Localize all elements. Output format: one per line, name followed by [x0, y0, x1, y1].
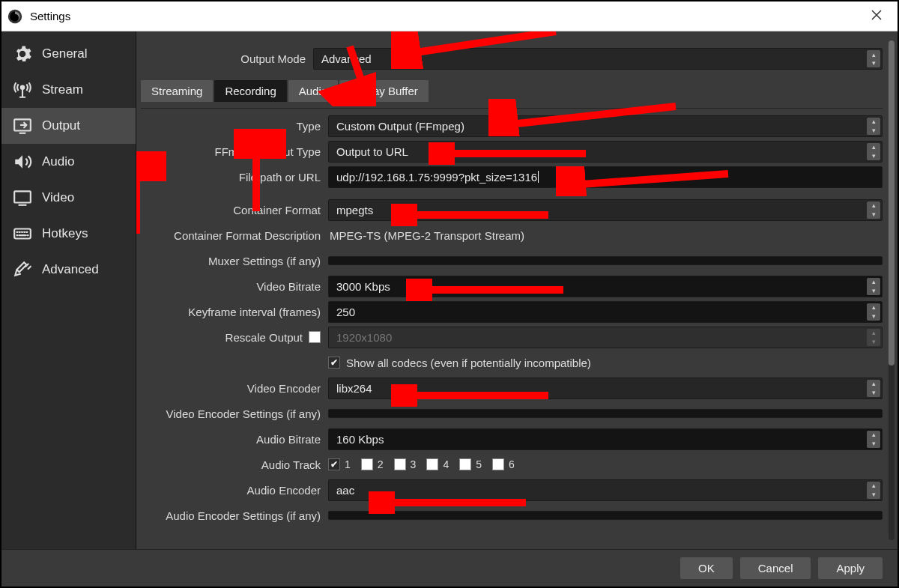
audio-track-2-checkbox[interactable]	[361, 458, 373, 470]
audio-encoder-settings-input[interactable]	[328, 511, 883, 520]
video-encoder-settings-input[interactable]	[328, 409, 883, 418]
scrollbar-thumb[interactable]	[889, 40, 895, 366]
step-up-icon[interactable]: ▴	[867, 303, 880, 312]
chevron-down-icon: ▾	[867, 337, 880, 346]
file-path-label: File path or URL	[141, 171, 328, 184]
audio-encoder-settings-label: Audio Encoder Settings (if any)	[141, 509, 328, 522]
cancel-button[interactable]: Cancel	[740, 557, 811, 579]
rescale-checkbox[interactable]	[309, 331, 321, 343]
audio-encoder-label: Audio Encoder	[141, 484, 328, 497]
tab-recording[interactable]: Recording	[214, 80, 286, 102]
step-down-icon[interactable]: ▾	[867, 312, 880, 321]
chevron-down-icon: ▾	[867, 388, 880, 397]
sidebar-item-stream[interactable]: Stream	[1, 72, 136, 108]
output-icon	[12, 115, 33, 136]
chevron-up-icon: ▴	[867, 201, 880, 210]
output-mode-select[interactable]: Advanced ▴▾	[313, 48, 883, 70]
hotkeys-icon	[12, 223, 33, 244]
audio-track-1-checkbox[interactable]: ✔	[328, 458, 340, 470]
video-bitrate-label: Video Bitrate	[141, 280, 328, 293]
file-path-input[interactable]: udp://192.168.1.75:9999?pkt_size=1316	[328, 166, 883, 188]
sidebar-item-label: Audio	[42, 154, 74, 169]
audio-track-6-checkbox[interactable]	[492, 458, 504, 470]
container-format-label: Container Format	[141, 204, 328, 216]
container-desc-label: Container Format Description	[141, 229, 328, 242]
chevron-down-icon: ▾	[867, 151, 880, 160]
tab-replay-buffer[interactable]: Replay Buffer	[339, 80, 429, 102]
sidebar-item-output[interactable]: Output	[1, 108, 136, 144]
audio-bitrate-label: Audio Bitrate	[141, 433, 328, 446]
video-bitrate-input[interactable]: 3000 Kbps ▴▾	[328, 276, 883, 297]
step-down-icon[interactable]: ▾	[867, 286, 880, 295]
gear-icon	[12, 43, 33, 64]
muxer-settings-label: Muxer Settings (if any)	[141, 255, 328, 267]
chevron-down-icon: ▾	[867, 490, 880, 499]
video-icon	[12, 187, 33, 208]
chevron-down-icon: ▾	[867, 210, 880, 219]
sidebar-item-label: General	[42, 46, 87, 61]
chevron-up-icon: ▴	[867, 50, 880, 59]
rescale-input: 1920x1080 ▴▾	[328, 327, 883, 348]
audio-track-4-checkbox[interactable]	[426, 458, 438, 470]
output-mode-label: Output Mode	[141, 52, 313, 65]
chevron-up-icon: ▴	[867, 118, 880, 127]
audio-icon	[12, 151, 33, 172]
step-up-icon[interactable]: ▴	[867, 278, 880, 287]
ok-button[interactable]: OK	[680, 557, 733, 579]
sidebar-item-general[interactable]: General	[1, 36, 136, 72]
chevron-up-icon: ▴	[867, 482, 880, 491]
audio-encoder-select[interactable]: aac ▴▾	[328, 479, 883, 501]
chevron-up-icon: ▴	[867, 329, 880, 338]
step-down-icon[interactable]: ▾	[867, 439, 880, 448]
sidebar-item-advanced[interactable]: Advanced	[1, 252, 136, 288]
container-desc-value: MPEG-TS (MPEG-2 Transport Stream)	[328, 229, 524, 242]
sidebar-item-label: Stream	[42, 82, 83, 97]
rescale-label: Rescale Output	[225, 331, 303, 344]
content-scrollbar[interactable]	[889, 40, 895, 540]
audio-track-label: Audio Track	[141, 458, 328, 471]
stream-icon	[12, 79, 33, 100]
sidebar-item-audio[interactable]: Audio	[1, 144, 136, 180]
video-encoder-settings-label: Video Encoder Settings (if any)	[141, 407, 328, 420]
video-encoder-label: Video Encoder	[141, 382, 328, 395]
tab-streaming[interactable]: Streaming	[141, 80, 213, 102]
advanced-icon	[12, 259, 33, 280]
type-select[interactable]: Custom Output (FFmpeg) ▴▾	[328, 115, 883, 137]
show-all-codecs-label: Show all codecs (even if potentially inc…	[346, 357, 591, 369]
sidebar: General Stream Output Audio Video	[1, 31, 136, 549]
sidebar-item-hotkeys[interactable]: Hotkeys	[1, 216, 136, 252]
video-encoder-select[interactable]: libx264 ▴▾	[328, 378, 883, 399]
settings-content: Output Mode Advanced ▴▾ Streaming Record…	[136, 31, 898, 549]
audio-track-3-checkbox[interactable]	[394, 458, 406, 470]
audio-bitrate-input[interactable]: 160 Kbps ▴▾	[328, 428, 883, 450]
close-button[interactable]	[862, 8, 892, 24]
chevron-up-icon: ▴	[867, 380, 880, 389]
container-format-select[interactable]: mpegts ▴▾	[328, 199, 883, 221]
window-title: Settings	[30, 10, 70, 22]
chevron-down-icon: ▾	[867, 59, 880, 68]
chevron-down-icon: ▾	[867, 126, 880, 135]
step-up-icon[interactable]: ▴	[867, 431, 880, 440]
svg-rect-5	[14, 229, 31, 239]
ffmpeg-output-type-label: FFmpeg Output Type	[141, 145, 328, 158]
audio-track-5-checkbox[interactable]	[459, 458, 471, 470]
obs-icon	[7, 9, 22, 24]
apply-button[interactable]: Apply	[818, 557, 883, 579]
sidebar-item-label: Hotkeys	[42, 226, 88, 241]
dialog-footer: OK Cancel Apply	[1, 549, 898, 587]
chevron-up-icon: ▴	[867, 143, 880, 152]
keyframe-label: Keyframe interval (frames)	[141, 306, 328, 318]
ffmpeg-output-type-select[interactable]: Output to URL ▴▾	[328, 141, 883, 163]
sidebar-item-label: Video	[42, 190, 74, 205]
sidebar-item-label: Output	[42, 118, 80, 133]
svg-rect-4	[14, 191, 31, 202]
show-all-codecs-checkbox[interactable]: ✔	[328, 357, 340, 369]
titlebar: Settings	[1, 1, 898, 31]
sidebar-item-video[interactable]: Video	[1, 180, 136, 216]
output-mode-value: Advanced	[321, 52, 372, 65]
sidebar-item-label: Advanced	[42, 262, 99, 277]
audio-track-group: ✔1 2 3 4 5 6	[328, 458, 515, 470]
keyframe-input[interactable]: 250 ▴▾	[328, 301, 883, 323]
tab-audio[interactable]: Audio	[288, 80, 338, 102]
muxer-settings-input[interactable]	[328, 256, 883, 265]
